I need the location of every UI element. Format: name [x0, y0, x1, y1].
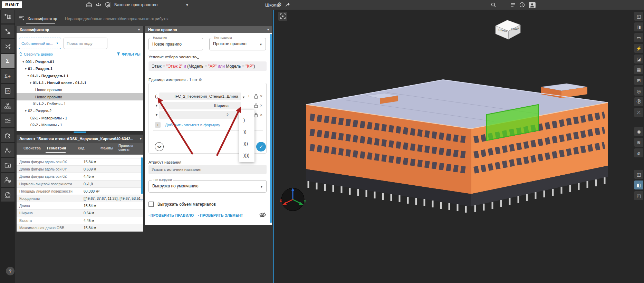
- tab-geometry[interactable]: Геометрия: [47, 146, 66, 150]
- unit-settings-gear-icon[interactable]: ⚙: [199, 78, 202, 82]
- collapse-tree-link[interactable]: Свернуть дерево: [19, 52, 53, 56]
- menu-item[interactable]: )))): [239, 149, 254, 161]
- shield-status-icon[interactable]: [105, 2, 111, 8]
- menu-item[interactable]: )): [239, 126, 254, 138]
- chevron-down-icon[interactable]: ▼: [267, 26, 270, 33]
- filters-button[interactable]: ФИЛЬТРЫ: [117, 52, 141, 56]
- grid-icon[interactable]: ▦: [634, 65, 643, 74]
- share-icon[interactable]: [285, 2, 291, 8]
- measure-icon[interactable]: ▭: [634, 33, 643, 42]
- drawings-2d-icon[interactable]: 2D: [1, 84, 15, 98]
- rule-panel-scrollbar[interactable]: [270, 34, 272, 223]
- chevron-down-icon[interactable]: ▼: [137, 26, 141, 33]
- layers-icon[interactable]: ≋: [634, 138, 643, 147]
- add-formula-element-button[interactable]: + Добавить элемент в формулу: [155, 122, 220, 128]
- remove-row-icon[interactable]: ×: [260, 94, 262, 99]
- checkbox-unchecked[interactable]: [148, 202, 154, 207]
- workspace-caret-icon[interactable]: ▼: [185, 3, 189, 7]
- code-search-input[interactable]: [64, 38, 107, 49]
- name-source-input[interactable]: Указать источник названия: [148, 165, 267, 174]
- export-materials-checkbox-row[interactable]: Выгружать объем материалов: [148, 202, 216, 207]
- tab-code[interactable]: Код: [78, 146, 84, 150]
- viewport-splitter[interactable]: [273, 10, 274, 283]
- focus-region-icon[interactable]: [278, 12, 287, 21]
- tree-item[interactable]: ▼01-1-2 - Работы - 1: [17, 100, 143, 107]
- export-folder-icon[interactable]: [1, 158, 15, 172]
- tree-item[interactable]: ▼02-1 - Материалы - 1: [17, 114, 143, 121]
- tree-item[interactable]: ▼02 - Раздел-2: [17, 107, 143, 114]
- tab-files[interactable]: Файлы: [100, 146, 113, 150]
- formula-attribute-field[interactable]: Ширина: [159, 102, 241, 109]
- person-location-icon[interactable]: [1, 173, 15, 187]
- team-icon[interactable]: [95, 2, 102, 8]
- classifier-source-select[interactable]: Собственный кл... ▼: [19, 38, 61, 49]
- table-scrollbar[interactable]: [141, 157, 143, 194]
- operation-caret-icon[interactable]: ▼: [155, 104, 158, 107]
- caret-down-icon[interactable]: ▼: [26, 74, 30, 77]
- mapping-shuffle-icon[interactable]: [1, 39, 15, 53]
- app-logo[interactable]: BiMiT: [2, 1, 22, 8]
- fit-view-icon[interactable]: ◨: [634, 22, 643, 31]
- tab-unallocated-elements[interactable]: Нераспределённые элементы: [65, 17, 122, 21]
- remove-row-icon[interactable]: ×: [260, 112, 262, 118]
- tree-item-rule[interactable]: ▼Новое правило: [17, 86, 143, 93]
- tree-item-rule-selected[interactable]: ▼Новое правило: [17, 93, 143, 100]
- axis-gizmo[interactable]: X Y: [279, 186, 307, 213]
- rule-name-input[interactable]: [149, 38, 203, 50]
- tree-item[interactable]: ▼01 - Раздел-1: [17, 65, 143, 72]
- formula-code-view-button[interactable]: <>: [155, 142, 164, 151]
- plan-mode-icon[interactable]: Ⓟ: [634, 97, 643, 106]
- axes-icon[interactable]: ⤫: [634, 108, 643, 117]
- tab-universal-attributes[interactable]: Универсальные атрибуты: [119, 17, 169, 21]
- notifications-icon[interactable]: [519, 2, 525, 8]
- user-account-icon[interactable]: [528, 2, 536, 8]
- rule-section-header[interactable]: Новое правило ▼: [145, 26, 272, 33]
- workspace-selector[interactable]: Базовое пространство: [114, 2, 157, 7]
- caret-down-icon[interactable]: ▼: [28, 81, 33, 85]
- rule-name-field[interactable]: Название: [148, 38, 203, 50]
- chevron-down-icon[interactable]: ▼: [242, 95, 245, 100]
- panel-splitter-handle[interactable]: [74, 131, 86, 133]
- section-box-icon[interactable]: ◰: [634, 191, 643, 200]
- chevron-down-icon[interactable]: ▼: [139, 135, 142, 143]
- lock-icon[interactable]: [254, 94, 258, 99]
- tree-item[interactable]: ▼02-2 - Машины - 1: [17, 121, 143, 128]
- formula-attribute-field[interactable]: IFC_2_Геометрия_Стены/1. Длина: [159, 92, 241, 100]
- search-icon[interactable]: [490, 2, 497, 8]
- hide-elements-icon[interactable]: ⌀: [634, 148, 643, 157]
- relations-icon[interactable]: [1, 25, 15, 38]
- estimate-add-sigma-icon[interactable]: Σ+: [1, 69, 15, 83]
- caret-down-icon[interactable]: ▼: [21, 60, 26, 64]
- selection-box-icon[interactable]: ⊞: [634, 76, 643, 85]
- menu-item[interactable]: ))): [239, 138, 254, 149]
- export-type-select[interactable]: Тип выгрузки Выгрузка по умолчанию ▼: [148, 180, 267, 193]
- selection-condition-expression[interactable]: Этаж = "Этаж 2" и (Модель = "АР" или Мод…: [148, 61, 267, 71]
- project-settings-gear-icon[interactable]: ⚙: [277, 1, 283, 8]
- tree-item[interactable]: ▼01-1 - Подраздел-1.1: [17, 72, 143, 79]
- projects-briefcase-icon[interactable]: [86, 2, 92, 8]
- quick-actions-icon[interactable]: ⚡: [634, 44, 643, 53]
- structure-tree-icon[interactable]: [1, 10, 15, 23]
- help-button[interactable]: ?: [6, 267, 15, 275]
- approvals-person-check-icon[interactable]: [1, 143, 15, 157]
- copy-icon[interactable]: [196, 55, 199, 59]
- orbit-target-icon[interactable]: ◎: [634, 87, 643, 96]
- element-panel-header[interactable]: Элемент "Базовая стена:ADSK_Наружная_Кир…: [17, 135, 143, 143]
- open-paren[interactable]: (: [155, 94, 156, 99]
- check-element-button[interactable]: ПРОВЕРИТЬ ЭЛЕМЕНТ: [198, 213, 243, 217]
- tab-estimate-rules[interactable]: Правила сметы: [118, 144, 140, 152]
- menu-item[interactable]: ): [239, 114, 254, 126]
- remove-row-icon[interactable]: ×: [260, 103, 262, 108]
- operation-caret-icon[interactable]: ▼: [155, 113, 158, 117]
- lock-icon[interactable]: [254, 103, 258, 108]
- charts-icon[interactable]: [1, 114, 15, 127]
- check-rule-button[interactable]: ПРОВЕРИТЬ ПРАВИЛО: [148, 213, 194, 217]
- viewport-3d[interactable]: Слева Сзади ◱ ◨ ▭ ⚡ ◪ ▦ ⊞ ◎ Ⓟ ⤫ ◉ ≋ ⌀ ◫ …: [274, 10, 644, 283]
- section-plane-icon[interactable]: ◪: [634, 55, 643, 64]
- viewcube-tool-icon[interactable]: ◱: [634, 12, 643, 21]
- caret-down-icon[interactable]: ▼: [23, 109, 28, 113]
- view-cube[interactable]: Слева Сзади: [493, 19, 522, 52]
- tab-properties[interactable]: Свойства: [23, 146, 41, 150]
- caret-down-icon[interactable]: ▼: [23, 67, 28, 70]
- tree-item[interactable]: ▼001 - Раздел-01: [17, 58, 143, 65]
